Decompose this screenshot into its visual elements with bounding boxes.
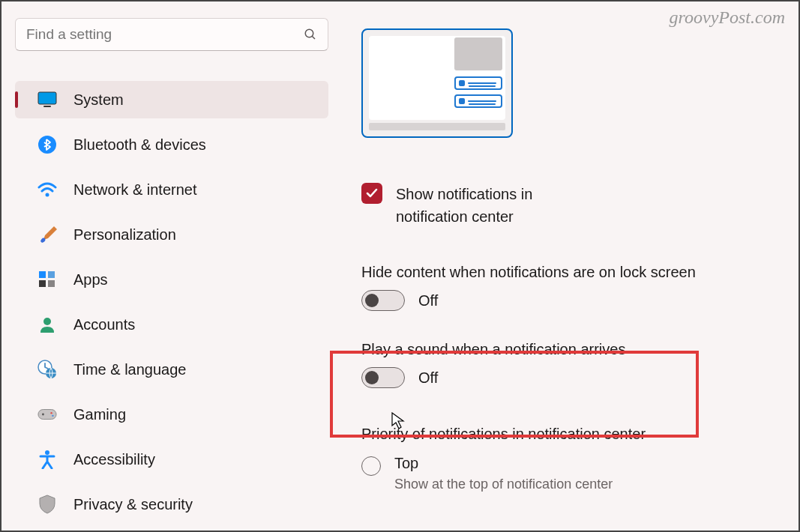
accessibility-icon [37, 450, 57, 469]
main-content: Show notifications in notification cente… [361, 28, 776, 492]
sidebar-item-label: Apps [73, 271, 108, 288]
search-input[interactable] [26, 26, 304, 43]
radio-sublabel: Show at the top of notification center [394, 477, 613, 492]
thumb-banner [454, 37, 502, 70]
sidebar-item-label: Personalization [73, 226, 176, 244]
toggle-play-sound[interactable] [361, 367, 405, 388]
sidebar-item-privacy[interactable]: Privacy & security [15, 486, 328, 523]
radio-unchecked-icon[interactable] [361, 456, 381, 476]
gamepad-icon [37, 405, 57, 424]
setting-title: Priority of notifications in notificatio… [361, 426, 776, 443]
person-icon [37, 315, 57, 334]
radio-label: Top [394, 455, 613, 472]
svg-rect-9 [48, 280, 55, 287]
svg-rect-13 [38, 410, 56, 420]
sidebar-item-system[interactable]: System [15, 81, 328, 118]
setting-play-sound: Play a sound when a notification arrives… [361, 341, 776, 388]
toggle-state-text: Off [418, 369, 438, 387]
sidebar-item-personalization[interactable]: Personalization [15, 216, 328, 253]
sidebar-item-label: Time & language [73, 361, 186, 378]
toggle-state-text: Off [418, 292, 438, 309]
svg-point-17 [45, 450, 49, 455]
thumb-notification-item [454, 76, 502, 90]
setting-title: Play a sound when a notification arrives [361, 341, 776, 358]
checkbox-checked-icon[interactable] [361, 183, 382, 204]
toggle-hide-content[interactable] [361, 290, 405, 311]
search-box[interactable] [15, 18, 328, 51]
setting-hide-content: Hide content when notifications are on l… [361, 264, 776, 311]
setting-priority: Priority of notifications in notificatio… [361, 426, 776, 492]
svg-point-16 [52, 415, 53, 417]
svg-rect-7 [48, 271, 55, 278]
brush-icon [37, 225, 57, 244]
sidebar-item-accessibility[interactable]: Accessibility [15, 441, 328, 478]
thumb-notification-item [454, 94, 502, 108]
svg-point-15 [50, 412, 52, 414]
svg-point-10 [43, 318, 51, 325]
sidebar-item-time-language[interactable]: Time & language [15, 351, 328, 388]
sidebar-item-accounts[interactable]: Accounts [15, 306, 328, 343]
search-icon [304, 28, 317, 41]
watermark-text: groovyPost.com [670, 7, 785, 28]
shield-icon [37, 495, 57, 514]
notification-preview-thumb[interactable] [361, 28, 513, 138]
svg-line-1 [312, 36, 315, 39]
thumb-taskbar [369, 123, 505, 130]
sidebar-item-label: System [73, 91, 124, 109]
checkbox-label: Show notifications in notification cente… [396, 183, 532, 228]
setting-title: Hide content when notifications are on l… [361, 264, 776, 281]
sidebar-item-label: Network & internet [73, 181, 197, 199]
clock-globe-icon [37, 360, 57, 379]
svg-point-5 [46, 193, 49, 197]
sidebar-item-label: Gaming [73, 406, 126, 423]
svg-rect-8 [39, 280, 46, 287]
sidebar-item-gaming[interactable]: Gaming [15, 396, 328, 433]
sidebar-item-network[interactable]: Network & internet [15, 171, 328, 208]
sidebar-item-label: Bluetooth & devices [73, 136, 206, 154]
apps-icon [37, 270, 57, 289]
show-notifications-checkbox-row[interactable]: Show notifications in notification cente… [361, 183, 776, 228]
svg-rect-2 [38, 92, 56, 104]
radio-option-top[interactable]: Top Show at the top of notification cent… [361, 455, 776, 492]
svg-rect-6 [39, 271, 46, 278]
sidebar-item-bluetooth[interactable]: Bluetooth & devices [15, 126, 328, 163]
svg-rect-3 [43, 106, 51, 107]
sidebar-item-apps[interactable]: Apps [15, 261, 328, 298]
wifi-icon [37, 180, 57, 199]
svg-point-0 [305, 29, 313, 37]
bluetooth-icon [37, 135, 57, 154]
sidebar-item-label: Accounts [73, 316, 135, 333]
svg-point-14 [42, 414, 44, 416]
sidebar: System Bluetooth & devices Network & int… [15, 18, 328, 531]
sidebar-item-label: Accessibility [73, 451, 155, 468]
monitor-icon [37, 90, 57, 109]
sidebar-item-label: Privacy & security [73, 496, 193, 513]
